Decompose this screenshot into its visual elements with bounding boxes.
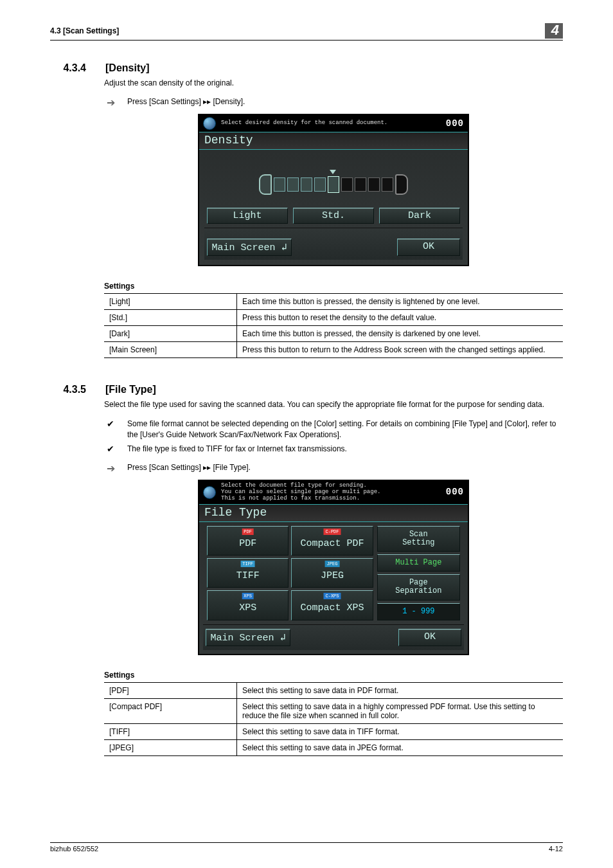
section-title-filetype: [File Type] [105,384,156,395]
filetype-shot-counter: 000 [446,487,464,497]
header-chapter: 4 [545,23,563,39]
main-screen-button[interactable]: Main Screen ↲ [207,239,292,256]
table-row: [Main Screen]Press this button to return… [104,342,563,358]
table-row: [Light]Each time this button is pressed,… [104,294,563,310]
density-settings-label: Settings [104,282,563,291]
density-shot-counter: 000 [446,119,464,129]
tiff-button[interactable]: TIFFTIFF [207,558,289,588]
density-shot-title: Density [199,132,468,150]
std-button[interactable]: Std. [293,208,374,224]
dark-button[interactable]: Dark [379,208,460,224]
compact-pdf-button[interactable]: C-PDFCompact PDF [291,526,373,556]
filetype-screenshot: Select the document file type for sendin… [198,480,469,655]
footer-page: 4-12 [549,845,563,853]
pdf-button[interactable]: PDFPDF [207,526,289,556]
density-shot-msg: Select desired density for the scanned d… [221,120,441,127]
header-left: 4.3 [Scan Settings] [50,26,119,35]
ok-button[interactable]: OK [397,239,460,256]
density-settings-table: [Light]Each time this button is pressed,… [104,293,563,358]
light-button[interactable]: Light [207,208,288,224]
check-icon: ✔ [104,419,117,429]
footer-model: bizhub 652/552 [50,845,98,853]
check-icon: ✔ [104,444,117,454]
filetype-settings-label: Settings [104,671,563,680]
compact-xps-button[interactable]: C-XPSCompact XPS [291,590,373,620]
density-step: Press [Scan Settings] ▸▸ [Density]. [127,96,245,107]
table-row: [Compact PDF]Select this setting to save… [104,698,563,723]
filetype-intro: Select the file type used for saving the… [104,399,563,410]
section-number-435: 4.3.5 [50,384,86,395]
filetype-settings-table: [PDF]Select this setting to save data in… [104,682,563,756]
filetype-shot-msg: Select the document file type for sendin… [221,483,441,502]
section-number-434: 4.3.4 [50,62,86,74]
multi-page-button[interactable]: Multi Page [377,554,460,572]
main-screen-button[interactable]: Main Screen ↲ [206,629,290,646]
section-title-density: [Density] [105,62,149,74]
density-slider[interactable] [204,159,463,208]
globe-icon [203,117,216,130]
filetype-note1: Some file format cannot be selected depe… [127,419,563,441]
arrow-icon: ➔ [104,96,117,109]
page-range-display: 1 - 999 [377,603,460,620]
xps-button[interactable]: XPSXPS [207,590,289,620]
scan-setting-button[interactable]: Scan Setting [377,526,460,552]
density-screenshot: Select desired density for the scanned d… [198,114,469,266]
jpeg-button[interactable]: JPEGJPEG [291,558,373,588]
ok-button[interactable]: OK [398,629,461,646]
table-row: [Std.]Press this button to reset the den… [104,310,563,326]
page-separation-button[interactable]: Page Separation [377,574,460,600]
arrow-icon: ➔ [104,462,117,475]
globe-icon [203,486,216,499]
table-row: [PDF]Select this setting to save data in… [104,682,563,698]
filetype-note2: The file type is fixed to TIFF for fax o… [127,444,347,455]
table-row: [JPEG]Select this setting to save data i… [104,739,563,755]
table-row: [TIFF]Select this setting to save data i… [104,723,563,739]
filetype-shot-title: File Type [199,504,468,522]
filetype-step: Press [Scan Settings] ▸▸ [File Type]. [127,462,251,473]
density-intro: Adjust the scan density of the original. [104,78,563,89]
table-row: [Dark]Each time this button is pressed, … [104,326,563,342]
